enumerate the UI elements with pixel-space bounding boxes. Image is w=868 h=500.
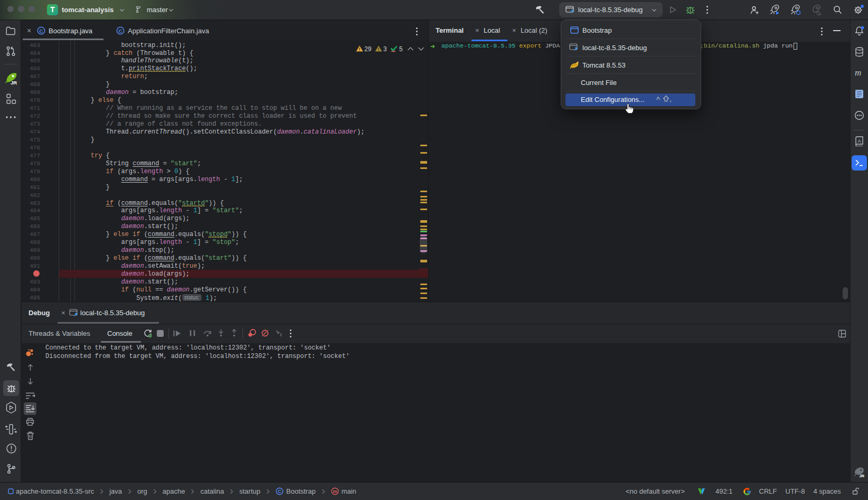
svg-text:C: C [40, 28, 43, 34]
svg-text:JR: JR [11, 80, 17, 86]
svg-text:JR: JR [859, 474, 864, 478]
svg-text:m: m [333, 489, 337, 494]
svg-text:C: C [278, 489, 281, 494]
svg-text:C: C [119, 28, 122, 34]
svg-text:A: A [857, 138, 861, 144]
